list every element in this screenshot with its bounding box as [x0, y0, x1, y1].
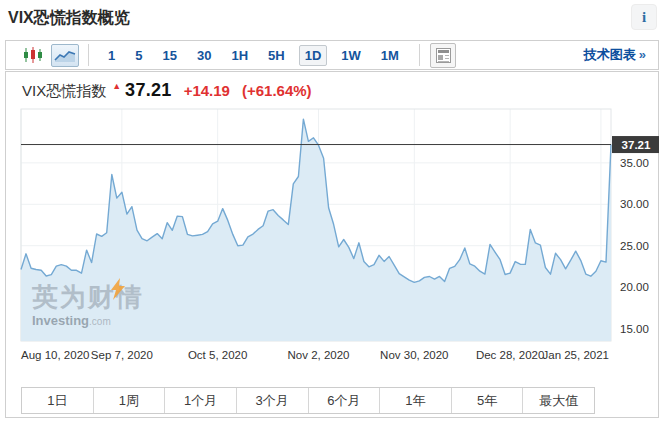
interval-selector: 1515301H5H1D1W1M: [98, 45, 409, 66]
candlestick-icon: [23, 46, 43, 64]
y-axis-label: 30.00: [620, 198, 649, 210]
news-panel-button[interactable]: [430, 43, 456, 68]
y-axis-label: 35.00: [620, 157, 649, 169]
chevron-right-icon: »: [639, 47, 646, 62]
range-button-3[interactable]: 3个月: [237, 388, 309, 413]
info-button[interactable]: i: [631, 4, 657, 30]
x-axis-label: Oct 5, 2020: [188, 349, 247, 361]
x-axis-label: Nov 30, 2020: [380, 349, 448, 361]
interval-1[interactable]: 1: [102, 45, 121, 66]
interval-5[interactable]: 5: [129, 45, 148, 66]
toolbar-divider: [419, 44, 420, 66]
range-button-6[interactable]: 5年: [452, 388, 524, 413]
toolbar-divider: [88, 44, 89, 66]
news-panel-icon: [436, 48, 451, 63]
interval-30[interactable]: 30: [191, 45, 217, 66]
interval-1d[interactable]: 1D: [299, 45, 328, 66]
price-up-arrow-icon: ▲: [112, 81, 121, 91]
y-axis-label: 25.00: [620, 240, 649, 252]
candlestick-chart-button[interactable]: [21, 44, 45, 66]
range-button-2[interactable]: 1个月: [165, 388, 237, 413]
vix-overview-widget: VIX恐慌指数概览 i 1515301H5H1D1W1M: [0, 0, 665, 430]
interval-1h[interactable]: 1H: [225, 45, 254, 66]
x-axis-label: Aug 10, 2020: [21, 349, 89, 361]
chart-panel: VIX恐慌指数 ▲ 37.21 +14.19 (+61.64%) 35.0030…: [5, 71, 659, 418]
current-price-badge-label: 37.21: [622, 139, 651, 151]
range-button-group: 1日1周1个月3个月6个月1年5年最大值: [21, 387, 595, 414]
area-chart-button[interactable]: [51, 44, 79, 67]
range-button-1[interactable]: 1周: [94, 388, 166, 413]
interval-5h[interactable]: 5H: [262, 45, 291, 66]
interval-15[interactable]: 15: [156, 45, 182, 66]
interval-1m[interactable]: 1M: [375, 45, 405, 66]
last-price: 37.21: [125, 80, 172, 101]
instrument-name: VIX恐慌指数: [22, 82, 106, 101]
y-axis-label: 20.00: [620, 281, 649, 293]
range-button-7[interactable]: 最大值: [523, 388, 594, 413]
page-title: VIX恐慌指数概览: [8, 8, 130, 29]
chart-toolbar: 1515301H5H1D1W1M 技术图表»: [5, 40, 659, 70]
y-axis-label: 15.00: [620, 323, 649, 335]
x-axis-label: Dec 28, 2020: [476, 349, 544, 361]
technical-chart-link[interactable]: 技术图表»: [584, 46, 646, 64]
area-chart-icon: [54, 48, 76, 63]
range-button-0[interactable]: 1日: [22, 388, 94, 413]
x-axis-label: Nov 2, 2020: [288, 349, 350, 361]
info-icon: i: [642, 9, 646, 25]
price-change: +14.19: [184, 82, 230, 99]
interval-1w[interactable]: 1W: [335, 45, 367, 66]
range-button-5[interactable]: 1年: [380, 388, 452, 413]
quote-header: VIX恐慌指数 ▲ 37.21 +14.19 (+61.64%): [22, 80, 312, 101]
area-fill: [21, 119, 611, 341]
x-axis-label: Jan 25, 2021: [542, 349, 609, 361]
range-button-4[interactable]: 6个月: [309, 388, 381, 413]
x-axis-label: Sep 7, 2020: [91, 349, 153, 361]
price-change-percent: (+61.64%): [242, 82, 312, 99]
price-chart[interactable]: 35.0030.0025.0020.0015.00Aug 10, 2020Sep…: [6, 72, 659, 419]
